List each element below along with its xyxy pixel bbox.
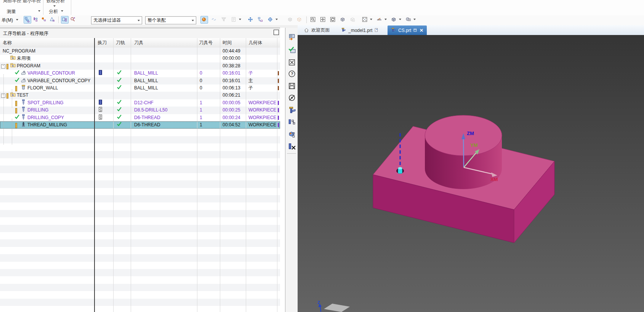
toolpath-check-icon xyxy=(117,107,122,114)
chevron-down-icon[interactable] xyxy=(61,10,63,12)
save-button[interactable] xyxy=(287,81,296,90)
view-appearance-button[interactable] xyxy=(405,16,412,24)
section-view-button[interactable] xyxy=(376,16,383,24)
menu-button[interactable]: 单(M) xyxy=(2,17,13,24)
note-button[interactable] xyxy=(230,16,238,24)
chevron-down-icon[interactable] xyxy=(370,19,372,20)
table-row-nc_program[interactable]: NC_PROGRAM00:44:49 xyxy=(0,48,280,55)
column-divider[interactable] xyxy=(94,38,95,312)
method-view-button[interactable] xyxy=(49,16,56,24)
table-row-drilling[interactable]: DRILLINGD8.5-DRILL-L50100:00:25WORKPIECE xyxy=(0,107,280,114)
chevron-down-icon[interactable] xyxy=(53,5,56,7)
fit-view-button[interactable] xyxy=(361,16,369,24)
render-style-button[interactable] xyxy=(390,16,398,24)
geometry-view-icon xyxy=(41,17,47,23)
chevron-down-icon[interactable] xyxy=(399,19,401,20)
selection-filter-combo[interactable]: 无选择过滤器 xyxy=(91,16,142,24)
column-header-toolchange[interactable]: 换刀 xyxy=(98,38,107,48)
column-header-toolnumber[interactable]: 刀具号 xyxy=(199,38,213,48)
close-icon[interactable]: ✕ xyxy=(420,28,423,33)
table-row-floor_wall[interactable]: FLOOR_WALLBALL_MILL000:06:13子 xyxy=(0,84,280,92)
cube-edges-button[interactable] xyxy=(296,16,303,24)
table-row-empty xyxy=(0,217,280,224)
cube-solid-button[interactable] xyxy=(287,16,294,24)
verify-toolpath-button[interactable] xyxy=(287,46,296,54)
time-cell: 00:00:24 xyxy=(223,114,240,121)
ribbon-clipped-buttons[interactable]: 局部半径 最小半径 xyxy=(3,0,41,4)
folder-icon: s xyxy=(10,62,16,70)
toolpath-check-icon xyxy=(117,121,122,129)
target-move-button[interactable] xyxy=(267,16,274,24)
zoom-window-button[interactable] xyxy=(309,16,317,24)
assembly-tree-button[interactable] xyxy=(257,16,264,24)
time-cell: 00:16:01 xyxy=(223,70,240,77)
wireframe-view-button[interactable] xyxy=(349,16,357,24)
snap-point-button[interactable] xyxy=(200,16,208,24)
machine-tool-view-button[interactable] xyxy=(32,16,40,24)
wcs-mini-axis: Z xyxy=(317,300,350,312)
column-header-tool[interactable]: 刀具 xyxy=(134,38,143,48)
delete-box-button[interactable] xyxy=(287,58,296,67)
postprocess-icon xyxy=(288,33,296,41)
tab-欢迎页面[interactable]: 欢迎页面 xyxy=(301,25,333,35)
table-row-variable_contour[interactable]: VARIABLE_CONTOURBALL_MILL000:16:01子 xyxy=(0,70,280,77)
find-feature-button[interactable] xyxy=(61,16,69,24)
chevron-down-icon[interactable] xyxy=(38,10,40,12)
toolpath-check-icon xyxy=(117,99,122,107)
table-row-variable_contour_copy[interactable]: VARIABLE_CONTOUR_COPYBALL_MILL000:16:01主 xyxy=(0,77,280,84)
pan-button[interactable] xyxy=(319,16,327,24)
selection-filter-button[interactable] xyxy=(220,16,228,24)
postprocess-button[interactable] xyxy=(287,32,296,41)
chevron-down-icon[interactable] xyxy=(413,19,416,20)
folder-icon: s xyxy=(10,55,16,62)
assembly-tree-icon xyxy=(258,17,264,23)
panel-maximize-button[interactable] xyxy=(274,30,279,35)
chevron-down-icon[interactable] xyxy=(384,19,387,20)
tab-label: _model1.prt xyxy=(348,28,372,33)
move-object-button[interactable] xyxy=(247,16,255,24)
shaded-view-button[interactable] xyxy=(339,16,347,24)
chevron-down-icon[interactable] xyxy=(276,19,278,20)
help-button[interactable]: ? xyxy=(287,69,296,78)
check-icon xyxy=(14,77,20,83)
tab--model1-prt[interactable]: _model1.prt xyxy=(338,25,383,35)
analysis-group-label: 分析 xyxy=(49,8,58,15)
chevron-down-icon[interactable] xyxy=(239,19,241,20)
interpart-link-button[interactable] xyxy=(210,16,218,24)
column-divider xyxy=(277,38,277,312)
column-header-toolpath[interactable]: 刀轨 xyxy=(116,38,125,48)
assembly-scope-combo[interactable]: 整个装配 xyxy=(145,16,196,24)
table-row-未用项[interactable]: s未用项00:00:00 xyxy=(0,55,280,62)
note-icon xyxy=(231,17,237,23)
table-row-spot_drilling[interactable]: SPOT_DRILLINGD12-CHF100:00:05WORKPIECE xyxy=(0,99,280,107)
tree-expand-toggle[interactable]: - xyxy=(1,64,5,68)
table-row-thread_milling[interactable]: THREAD_MILLINGD6-THREAD100:04:52WORKPIEC… xyxy=(0,121,280,129)
tab-cs-prt[interactable]: CS.prt✕ xyxy=(388,25,427,35)
column-divider xyxy=(246,38,246,312)
column-header-name[interactable]: 名称 xyxy=(3,38,12,48)
column-header-geometry[interactable]: 几何体 xyxy=(248,38,262,48)
program-order-view-button[interactable] xyxy=(24,16,31,24)
geometry-navigator-button[interactable] xyxy=(287,130,296,139)
delete-tool-button[interactable] xyxy=(287,142,296,151)
search-result-button[interactable] xyxy=(69,16,77,24)
chevron-down-icon[interactable] xyxy=(16,19,18,21)
rotate-view-button[interactable] xyxy=(329,16,337,24)
column-header-time[interactable]: 时间 xyxy=(223,38,232,48)
row-name-label: SPOT_DRILLING xyxy=(27,99,64,107)
geometry-view-button[interactable] xyxy=(40,16,48,24)
tool-number-cell: 1 xyxy=(200,107,202,114)
graphics-viewport[interactable]: ZM YM XM Z xyxy=(298,35,644,312)
hide-button[interactable] xyxy=(287,93,296,102)
operation-tool-button[interactable] xyxy=(287,105,296,114)
machine-tool-navigator-button[interactable] xyxy=(287,118,296,127)
table-row-program[interactable]: -sPROGRAM00:38:28 xyxy=(0,62,280,70)
table-row-test[interactable]: -sTEST00:06:21 xyxy=(0,92,280,99)
tool-number-cell: 1 xyxy=(200,99,202,107)
ribbon-clipped-button-2[interactable]: 数模分析 xyxy=(46,0,65,4)
table-row-drilling_copy[interactable]: DRILLING_COPYD6-THREAD100:00:24WORKPIECE xyxy=(0,114,280,121)
cutting-tool[interactable] xyxy=(398,167,402,174)
panel-title-bar[interactable]: 工序导航器 - 程序顺序 xyxy=(0,28,280,38)
row-name-label: NC_PROGRAM xyxy=(3,48,35,55)
panel-gutter xyxy=(280,28,285,312)
